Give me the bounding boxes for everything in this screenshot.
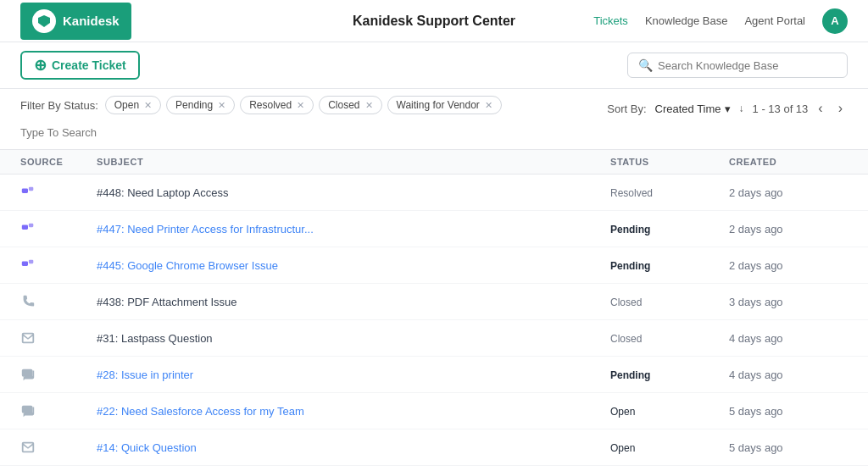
created-cell: 4 days ago (729, 332, 848, 345)
filter-tag-waiting[interactable]: Waiting for Vendor ✕ (387, 96, 502, 114)
status-cell: Open (610, 441, 729, 454)
toolbar: ⊕ Create Ticket 🔍 (0, 42, 868, 89)
filter-open-remove[interactable]: ✕ (144, 100, 152, 111)
col-status: STATUS (610, 157, 729, 167)
ticket-subject: #438: PDF Attachment Issue (97, 296, 236, 308)
filter-search-input[interactable] (20, 123, 163, 142)
table-row: #22: Need Salesforce Access for my Team … (0, 393, 868, 429)
filter-tag-open[interactable]: Open ✕ (105, 96, 161, 114)
filter-closed-label: Closed (328, 99, 359, 111)
status-cell: Closed (610, 296, 729, 308)
subject-cell: #31: Lastpass Question (97, 332, 610, 345)
status-cell: Closed (610, 332, 729, 345)
table-row: #28: Issue in printer Pending 4 days ago (0, 357, 868, 393)
table-body: #448: Need Laptop Access Resolved 2 days… (0, 175, 868, 471)
sort-section: Sort By: Created Time ▾ ↓ 1 - 13 of 13 ‹… (607, 99, 848, 118)
status-badge: Closed (610, 296, 642, 308)
filter-waiting-label: Waiting for Vendor (397, 99, 480, 111)
subject-cell: #447: Need Printer Access for Infrastruc… (97, 223, 610, 236)
nav-agent-portal[interactable]: Agent Portal (744, 14, 805, 27)
status-badge: Pending (610, 260, 650, 272)
source-cell (20, 221, 97, 236)
filter-tag-resolved[interactable]: Resolved ✕ (240, 96, 314, 114)
ticket-subject-link[interactable]: #22: Need Salesforce Access for my Team (97, 405, 304, 418)
status-badge: Closed (610, 333, 642, 345)
search-input[interactable] (658, 59, 837, 72)
filter-open-label: Open (114, 99, 139, 111)
filter-pending-remove[interactable]: ✕ (218, 100, 225, 111)
created-cell: 2 days ago (729, 186, 848, 199)
ticket-subject-link[interactable]: #28: Issue in printer (97, 368, 193, 381)
ticket-subject: #31: Lastpass Question (97, 332, 213, 345)
created-cell: 5 days ago (729, 405, 848, 418)
filter-tag-closed[interactable]: Closed ✕ (319, 96, 381, 114)
create-ticket-button[interactable]: ⊕ Create Ticket (20, 51, 140, 80)
table-row: #448: Need Laptop Access Resolved 2 days… (0, 175, 868, 211)
pagination-text: 1 - 13 of 13 (753, 103, 809, 115)
status-badge: Pending (610, 224, 650, 236)
filter-tag-pending[interactable]: Pending ✕ (166, 96, 235, 114)
subject-cell: #448: Need Laptop Access (97, 186, 610, 199)
source-cell (20, 367, 97, 382)
table-header: SOURCE SUBJECT STATUS CREATED (0, 150, 868, 175)
status-badge: Resolved (610, 187, 653, 199)
ticket-subject-link[interactable]: #14: Quick Question (97, 441, 197, 454)
source-cell (20, 440, 97, 455)
table-row: #438: PDF Attachment Issue Closed 3 days… (0, 284, 868, 320)
table-row: #447: Need Printer Access for Infrastruc… (0, 211, 868, 247)
subject-cell: #445: Google Chrome Browser Issue (97, 259, 610, 272)
create-ticket-label: Create Ticket (52, 58, 126, 72)
filter-sort-bar: Filter By Status: Open ✕ Pending ✕ Resol… (0, 89, 868, 150)
ticket-subject-link[interactable]: #447: Need Printer Access for Infrastruc… (97, 223, 314, 236)
prev-page-button[interactable]: ‹ (813, 99, 827, 118)
svg-point-6 (31, 224, 33, 226)
filter-closed-remove[interactable]: ✕ (365, 100, 373, 111)
svg-point-7 (24, 225, 27, 229)
status-cell: Resolved (610, 186, 729, 199)
logo-icon (32, 9, 56, 33)
page-title: Kanidesk Support Center (353, 14, 515, 29)
avatar[interactable]: A (822, 8, 848, 34)
header-nav: Tickets Knowledge Base Agent Portal A (593, 8, 848, 34)
sort-select[interactable]: Created Time ▾ (655, 103, 731, 115)
status-badge: Pending (610, 369, 650, 381)
header: Kanidesk Kanidesk Support Center Tickets… (0, 0, 868, 42)
ticket-subject: #448: Need Laptop Access (97, 186, 228, 199)
filter-tags: Open ✕ Pending ✕ Resolved ✕ Closed ✕ Wai… (105, 96, 502, 114)
filter-resolved-label: Resolved (249, 99, 292, 111)
search-box: 🔍 (627, 53, 848, 78)
subject-cell: #28: Issue in printer (97, 368, 610, 381)
source-cell (20, 294, 97, 309)
pagination: 1 - 13 of 13 ‹ › (753, 99, 848, 118)
status-cell: Pending (610, 259, 729, 272)
svg-point-2 (31, 187, 33, 190)
nav-tickets[interactable]: Tickets (593, 14, 628, 27)
created-cell: 4 days ago (729, 368, 848, 381)
col-created: CREATED (729, 157, 848, 167)
created-cell: 2 days ago (729, 223, 848, 236)
created-cell: 3 days ago (729, 296, 848, 308)
filter-waiting-remove[interactable]: ✕ (485, 100, 492, 111)
source-cell (20, 258, 97, 273)
source-cell (20, 403, 97, 418)
plus-icon: ⊕ (34, 58, 47, 73)
logo[interactable]: Kanidesk (20, 3, 131, 40)
subject-cell: #22: Need Salesforce Access for my Team (97, 405, 610, 418)
sort-direction-icon[interactable]: ↓ (739, 103, 744, 114)
sort-label: Sort By: (607, 103, 646, 115)
status-cell: Open (610, 405, 729, 418)
svg-point-11 (24, 262, 27, 265)
svg-rect-12 (22, 369, 33, 377)
source-cell (20, 330, 97, 346)
col-source: SOURCE (20, 157, 97, 167)
filter-resolved-remove[interactable]: ✕ (297, 100, 304, 111)
ticket-subject-link[interactable]: #445: Google Chrome Browser Issue (97, 259, 278, 272)
nav-knowledge-base[interactable]: Knowledge Base (645, 14, 728, 27)
table-row: #31: Lastpass Question Closed 4 days ago (0, 320, 868, 357)
col-subject: SUBJECT (97, 157, 610, 167)
next-page-button[interactable]: › (833, 99, 848, 118)
table-row: #10: Onboarding Related Open 5 days ago (0, 466, 868, 471)
created-cell: 2 days ago (729, 259, 848, 272)
search-icon: 🔍 (638, 58, 653, 72)
table-row: #445: Google Chrome Browser Issue Pendin… (0, 247, 868, 284)
